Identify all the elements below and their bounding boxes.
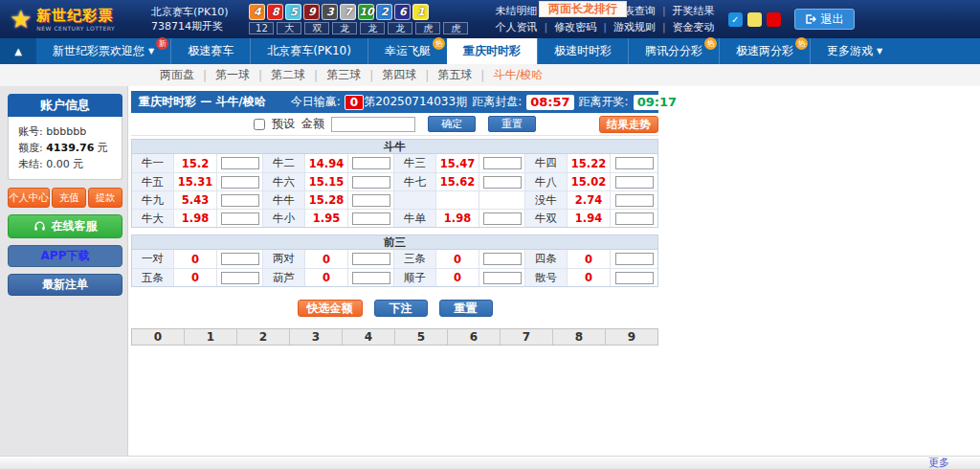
bet-option-label[interactable]: 顺子 [394, 269, 436, 286]
bet-amount-input[interactable] [221, 212, 259, 225]
header-link-2[interactable]: 游戏规则 [613, 19, 656, 35]
bet-option-label[interactable]: 四条 [525, 250, 568, 268]
nav-tab-7[interactable]: 极速两分彩热 [719, 38, 810, 64]
site-logo[interactable]: ★ 新世纪彩票 NEW CENTURY LOTTERY [10, 5, 134, 34]
bet-amount-input[interactable] [615, 176, 654, 189]
bet-option-label[interactable]: 一对 [132, 250, 174, 268]
bet-option-label[interactable]: 牛三 [394, 154, 436, 172]
nav-tab-2[interactable]: 北京赛车(PK10) [250, 38, 368, 64]
header-link-1[interactable]: 修改密码 [554, 19, 596, 35]
bet-option-label[interactable]: 五条 [132, 269, 174, 286]
bet-amount-input[interactable] [221, 253, 259, 265]
bet-amount-input[interactable] [352, 212, 390, 225]
bet-amount-input[interactable] [221, 176, 259, 189]
footer-more-link[interactable]: 更多 [928, 456, 949, 469]
bet-option-label[interactable]: 牛牛 [263, 191, 305, 209]
sidebar-button-2[interactable]: 提款 [88, 188, 122, 208]
header-link-0[interactable]: 个人资讯 [495, 19, 537, 35]
bet-option-label[interactable]: 牛小 [263, 210, 305, 227]
bet-option-label[interactable]: 牛四 [525, 154, 568, 172]
reset-bet-button[interactable]: 重置 [439, 300, 493, 317]
nav-tab-8[interactable]: 更多游戏▼ [810, 38, 899, 64]
bet-amount-input[interactable] [483, 176, 522, 189]
bet-option-label[interactable]: 散号 [525, 269, 568, 286]
latest-orders-button[interactable]: 最新注单 [8, 274, 122, 296]
preset-checkbox[interactable] [254, 119, 265, 130]
place-bet-button[interactable]: 下注 [374, 300, 428, 317]
nav-tab-6[interactable]: 腾讯分分彩热 [628, 38, 719, 64]
bet-amount-input[interactable] [615, 253, 654, 265]
bet-option-label[interactable]: 两对 [263, 250, 305, 268]
subnav-item-2[interactable]: 第二球 [271, 67, 305, 83]
bet-option-label[interactable]: 牛八 [525, 173, 568, 190]
bet-option-label[interactable]: 牛九 [132, 191, 174, 209]
header-link-0[interactable]: 未结明细 [495, 3, 537, 19]
number-cell-4: 4 [343, 329, 395, 345]
account-number-value: bbbbbb [46, 125, 86, 138]
app-download-button[interactable]: APP下载 [8, 245, 122, 267]
bet-amount-input[interactable] [352, 253, 390, 265]
bet-amount-input[interactable] [352, 194, 390, 207]
bet-option-label[interactable]: 牛一 [132, 154, 174, 172]
nav-tab-0[interactable]: 新世纪彩票欢迎您▼新 [36, 38, 170, 64]
nav-tab-5[interactable]: 极速时时彩 [537, 38, 628, 64]
subnav-item-6[interactable]: 斗牛/梭哈 [493, 67, 543, 83]
bet-amount-input[interactable] [483, 157, 522, 169]
sidebar-button-1[interactable]: 充值 [52, 188, 86, 208]
bet-option-label[interactable]: 牛七 [394, 173, 436, 190]
bet-amount-input[interactable] [483, 212, 522, 225]
subnav-item-0[interactable]: 两面盘 [160, 67, 194, 83]
nav-tab-3[interactable]: 幸运飞艇热 [368, 38, 447, 64]
header-link-3[interactable]: 资金变动 [673, 19, 715, 35]
bet-amount-input[interactable] [615, 157, 654, 169]
subnav-item-4[interactable]: 第四球 [382, 67, 416, 83]
nav-tab-1[interactable]: 极速赛车 [170, 38, 250, 64]
amount-input[interactable] [331, 117, 415, 132]
theme-yellow-icon[interactable] [747, 12, 762, 27]
bet-amount-input[interactable] [221, 157, 259, 169]
bet-amount-input[interactable] [352, 157, 390, 169]
bet-amount-input[interactable] [352, 176, 390, 189]
checkbox-blue-icon[interactable]: ✓ [728, 12, 743, 27]
bet-option-label[interactable]: 牛单 [394, 210, 436, 227]
nav-tab-4[interactable]: 重庆时时彩 [447, 38, 537, 64]
front3-bet-table: 前三一对0两对0三条0四条0五条0葫芦0顺子0散号0 [131, 234, 658, 287]
bet-amount-input[interactable] [221, 194, 259, 207]
subnav-item-5[interactable]: 第五球 [437, 67, 472, 83]
bet-option-label[interactable]: 牛大 [132, 210, 174, 227]
header-link-3[interactable]: 开奖结果 [673, 3, 715, 19]
two-side-ranking-button[interactable]: 两面长龙排行 [539, 1, 627, 17]
bet-option-label[interactable]: 没牛 [525, 191, 568, 209]
nav-tab-badge: 新 [156, 37, 168, 50]
bet-amount-input[interactable] [483, 272, 522, 284]
confirm-button[interactable]: 确定 [428, 116, 476, 132]
quick-amount-button[interactable]: 快选金额 [298, 300, 363, 317]
online-service-button[interactable]: 在线客服 [8, 214, 122, 238]
subnav-separator: | [258, 69, 262, 82]
bet-option-label[interactable]: 三条 [394, 250, 436, 268]
bet-amount-input[interactable] [615, 194, 654, 207]
bet-amount-input[interactable] [483, 253, 522, 265]
theme-red-icon[interactable] [767, 12, 781, 27]
nav-home-button[interactable]: ▲ [0, 38, 36, 64]
bet-amount-input[interactable] [221, 272, 259, 284]
nav-tab-label: 极速赛车 [188, 43, 234, 59]
lottery-ball-2: 2 [376, 4, 392, 20]
sidebar-button-0[interactable]: 个人中心 [8, 188, 50, 208]
logout-button[interactable]: 退出 [794, 9, 855, 30]
bet-option-label[interactable]: 牛五 [132, 173, 174, 190]
bet-amount-input[interactable] [615, 272, 654, 284]
subnav-item-1[interactable]: 第一球 [215, 67, 250, 83]
subnav-item-3[interactable]: 第三球 [326, 67, 361, 83]
bet-option-label[interactable]: 牛双 [525, 210, 568, 227]
unsettled-value: 0.00 [46, 158, 70, 170]
summary-cell-5: 龙 [388, 22, 412, 34]
bet-input-cell [611, 154, 657, 172]
result-trend-button[interactable]: 结果走势 [599, 116, 658, 133]
reset-button[interactable]: 重置 [488, 116, 536, 132]
bet-amount-input[interactable] [615, 212, 654, 225]
bet-amount-input[interactable] [352, 272, 390, 284]
bet-option-label[interactable]: 葫芦 [263, 269, 305, 286]
bet-option-label[interactable]: 牛二 [263, 154, 305, 172]
bet-option-label[interactable]: 牛六 [263, 173, 305, 190]
